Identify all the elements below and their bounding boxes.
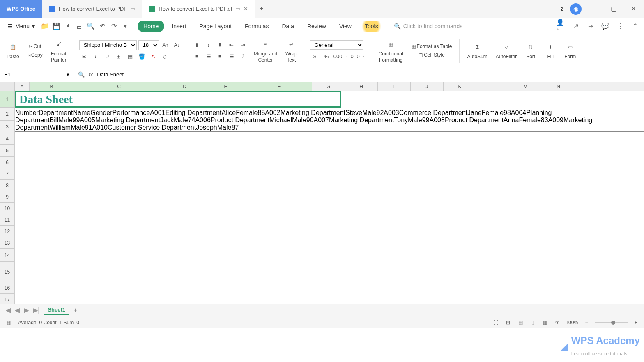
align-top-icon[interactable]: ⬆: [192, 40, 202, 50]
zoom-out-icon[interactable]: −: [582, 318, 591, 327]
row-header[interactable]: 3: [0, 121, 15, 133]
border-button[interactable]: ⊞: [114, 52, 124, 62]
fullscreen-icon[interactable]: ⛶: [492, 318, 500, 327]
column-header[interactable]: G: [312, 82, 345, 91]
font-size-select[interactable]: 18: [138, 40, 159, 50]
next-sheet-icon[interactable]: ▶: [24, 306, 29, 314]
comment-icon[interactable]: 💬: [600, 21, 610, 31]
column-header[interactable]: K: [444, 82, 476, 91]
autosum-button[interactable]: Σ AutoSum: [465, 41, 490, 60]
page-break-view-icon[interactable]: ▥: [541, 318, 549, 327]
row-header[interactable]: 2: [0, 108, 15, 121]
document-tab-1[interactable]: How to convert Excel to PDF ▭: [42, 0, 142, 18]
print-icon[interactable]: 🖨: [74, 21, 84, 31]
align-center-icon[interactable]: ☰: [204, 52, 214, 62]
select-all-corner[interactable]: [0, 82, 15, 91]
justify-icon[interactable]: ☰: [227, 52, 237, 62]
cell-reference-input[interactable]: B1 ▾: [0, 67, 74, 82]
zoom-icon[interactable]: 🔍: [78, 71, 85, 78]
tab-page-layout[interactable]: Page Layout: [193, 21, 237, 32]
document-tab-2[interactable]: How to convert Excel to PDF.et ▭ ✕: [142, 0, 255, 18]
column-header[interactable]: M: [509, 82, 542, 91]
cell-style-button[interactable]: ▢ Cell Style: [409, 52, 455, 58]
page-layout-view-icon[interactable]: ▯: [529, 318, 537, 327]
row-header[interactable]: 15: [0, 262, 15, 282]
decrease-indent-icon[interactable]: ⇤: [227, 40, 237, 50]
column-header[interactable]: J: [411, 82, 444, 91]
row-header[interactable]: 7: [0, 168, 15, 180]
autofilter-button[interactable]: ▽ AutoFilter: [493, 41, 519, 60]
column-header[interactable]: C: [74, 82, 164, 91]
increase-font-icon[interactable]: A↑: [161, 40, 170, 50]
tab-home[interactable]: Home: [138, 21, 164, 32]
conditional-formatting-button[interactable]: ▦ Conditional Formatting: [376, 39, 406, 63]
cell-format-button[interactable]: ▦: [125, 52, 135, 62]
zoom-in-icon[interactable]: +: [632, 318, 640, 327]
tab-insert[interactable]: Insert: [166, 21, 192, 32]
open-icon[interactable]: 📁: [40, 21, 50, 31]
column-header[interactable]: F: [246, 82, 312, 91]
decrease-decimal-icon[interactable]: 0→: [356, 51, 366, 61]
column-header[interactable]: I: [378, 82, 411, 91]
tab-data[interactable]: Data: [276, 21, 300, 32]
calendar-icon[interactable]: 2: [559, 6, 565, 12]
tab-formulas[interactable]: Formulas: [239, 21, 274, 32]
close-icon[interactable]: ✕: [244, 6, 248, 12]
data-sheet-title-cell[interactable]: Data Sheet: [15, 91, 341, 108]
menu-button[interactable]: ☰ Menu ▾: [4, 21, 38, 31]
row-header[interactable]: 9: [0, 191, 15, 203]
fill-color-button[interactable]: 🪣: [137, 52, 147, 62]
column-header[interactable]: N: [542, 82, 575, 91]
align-bottom-icon[interactable]: ⬇: [215, 40, 225, 50]
column-header[interactable]: L: [476, 82, 509, 91]
row-header[interactable]: 8: [0, 180, 15, 191]
share-icon[interactable]: 👤⁺: [556, 21, 566, 31]
tab-review[interactable]: Review: [301, 21, 332, 32]
increase-decimal-icon[interactable]: ←0: [345, 51, 354, 61]
row-header[interactable]: 4: [0, 133, 15, 145]
row-header[interactable]: 1: [0, 91, 15, 108]
grid[interactable]: Data Sheet NumberDepartmentNameGenderPer…: [15, 91, 644, 304]
tab-tools[interactable]: Tools: [359, 21, 384, 32]
save-as-icon[interactable]: 🗎: [63, 21, 73, 31]
tab-view[interactable]: View: [334, 21, 357, 32]
close-window-icon[interactable]: ✕: [626, 2, 641, 16]
clear-format-button[interactable]: ◇: [160, 52, 170, 62]
sheet-tab-sheet1[interactable]: Sheet1: [44, 305, 69, 315]
increase-indent-icon[interactable]: ⇥: [238, 40, 248, 50]
row-header[interactable]: 16: [0, 282, 15, 294]
column-header[interactable]: A: [15, 82, 30, 91]
row-header[interactable]: 13: [0, 237, 15, 249]
format-as-table-button[interactable]: ▦ Format as Table: [409, 44, 455, 49]
align-middle-icon[interactable]: ↕: [204, 40, 214, 50]
settings-icon[interactable]: ⇥: [586, 21, 596, 31]
sort-button[interactable]: ⇅ Sort: [522, 41, 539, 60]
export-icon[interactable]: ↗: [571, 21, 581, 31]
format-painter-button[interactable]: 🖌 Format Painter: [48, 39, 69, 63]
column-header[interactable]: B: [30, 82, 74, 91]
cut-button[interactable]: ✂ Cut: [25, 44, 45, 49]
paste-group[interactable]: 📋 Paste: [4, 41, 22, 60]
merge-center-button[interactable]: ⊟ Merge and Center: [251, 39, 280, 63]
number-format-select[interactable]: General: [310, 40, 363, 50]
app-tab[interactable]: WPS Office: [0, 0, 42, 18]
normal-view-icon[interactable]: ▦: [516, 318, 524, 327]
minimize-icon[interactable]: ─: [586, 2, 601, 16]
column-header[interactable]: E: [205, 82, 246, 91]
row-header[interactable]: 17: [0, 294, 15, 304]
align-right-icon[interactable]: ≡: [215, 52, 225, 62]
currency-icon[interactable]: $: [310, 51, 320, 61]
first-sheet-icon[interactable]: |◀: [4, 306, 11, 314]
maximize-icon[interactable]: ▢: [606, 2, 621, 16]
formula-value[interactable]: Data Sheet: [97, 71, 124, 78]
add-sheet-button[interactable]: +: [74, 307, 77, 314]
new-tab-button[interactable]: +: [255, 5, 267, 13]
tab-menu-icon[interactable]: ▭: [130, 6, 135, 12]
search-commands[interactable]: 🔍 Click to find commands: [394, 23, 463, 30]
underline-button[interactable]: U: [102, 52, 112, 62]
decrease-font-icon[interactable]: A↓: [172, 40, 182, 50]
column-header[interactable]: D: [164, 82, 205, 91]
row-header[interactable]: 11: [0, 214, 15, 226]
font-name-select[interactable]: Shippori Mincho B1: [79, 40, 137, 50]
more-icon[interactable]: ▾: [120, 21, 130, 31]
